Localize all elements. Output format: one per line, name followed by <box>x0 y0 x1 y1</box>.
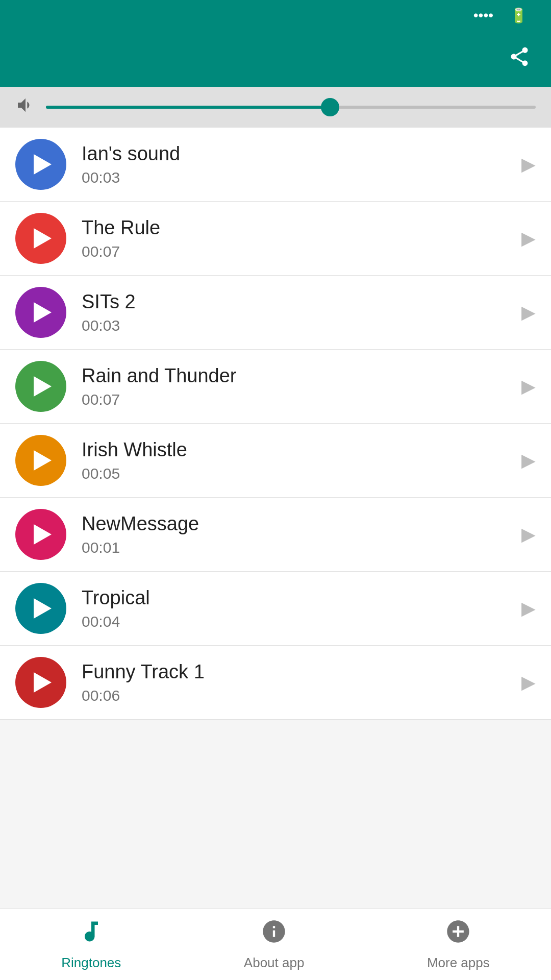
play-triangle <box>34 524 52 545</box>
track-duration: 00:07 <box>82 391 516 408</box>
chevron-right-icon: ▶ <box>521 376 536 397</box>
track-name: Tropical <box>82 587 516 609</box>
track-info: Funny Track 1 00:06 <box>82 661 516 704</box>
ringtones-nav-label: Ringtones <box>61 955 121 971</box>
track-duration: 00:06 <box>82 687 516 704</box>
track-name: Rain and Thunder <box>82 365 516 387</box>
track-play-icon <box>15 213 66 264</box>
chevron-right-icon: ▶ <box>521 302 536 323</box>
nav-item-ringtones[interactable]: Ringtones <box>46 913 136 976</box>
track-play-icon <box>15 435 66 486</box>
track-info: Irish Whistle 00:05 <box>82 439 516 482</box>
track-duration: 00:01 <box>82 539 516 556</box>
track-duration: 00:07 <box>82 243 516 260</box>
chevron-right-icon: ▶ <box>521 672 536 693</box>
track-play-icon <box>15 583 66 634</box>
play-triangle <box>34 598 52 619</box>
track-name: The Rule <box>82 217 516 239</box>
bottom-nav: Ringtones About app More apps <box>0 909 551 980</box>
track-play-icon <box>15 657 66 708</box>
track-name: NewMessage <box>82 513 516 535</box>
track-play-icon <box>15 287 66 338</box>
track-duration: 00:03 <box>82 169 516 186</box>
slider-thumb <box>321 98 339 116</box>
track-info: SITs 2 00:03 <box>82 291 516 334</box>
ringtones-nav-icon <box>78 918 105 951</box>
track-info: The Rule 00:07 <box>82 217 516 260</box>
track-info: Rain and Thunder 00:07 <box>82 365 516 408</box>
play-triangle <box>34 302 52 323</box>
track-item[interactable]: NewMessage 00:01 ▶ <box>0 498 551 572</box>
volume-icon <box>15 95 36 120</box>
play-triangle <box>34 672 52 693</box>
track-name: Funny Track 1 <box>82 661 516 683</box>
chevron-right-icon: ▶ <box>521 450 536 471</box>
share-button[interactable] <box>508 45 531 72</box>
track-info: Tropical 00:04 <box>82 587 516 630</box>
track-name: SITs 2 <box>82 291 516 313</box>
nav-item-about[interactable]: About app <box>229 913 320 976</box>
track-duration: 00:05 <box>82 465 516 482</box>
track-play-icon <box>15 361 66 412</box>
play-triangle <box>34 376 52 397</box>
chevron-right-icon: ▶ <box>521 598 536 619</box>
play-triangle <box>34 228 52 249</box>
track-name: Irish Whistle <box>82 439 516 461</box>
slider-fill <box>46 106 330 109</box>
more-nav-label: More apps <box>427 955 490 971</box>
play-triangle <box>34 450 52 471</box>
volume-slider[interactable] <box>46 106 536 109</box>
track-item[interactable]: Ian's sound 00:03 ▶ <box>0 128 551 202</box>
about-nav-label: About app <box>244 955 305 971</box>
chevron-right-icon: ▶ <box>521 524 536 545</box>
track-name: Ian's sound <box>82 143 516 165</box>
track-play-icon <box>15 139 66 190</box>
track-info: NewMessage 00:01 <box>82 513 516 556</box>
nav-item-more[interactable]: More apps <box>412 913 505 976</box>
chevron-right-icon: ▶ <box>521 154 536 175</box>
volume-bar <box>0 87 551 128</box>
chevron-right-icon: ▶ <box>521 228 536 249</box>
track-duration: 00:03 <box>82 317 516 334</box>
track-item[interactable]: Funny Track 1 00:06 ▶ <box>0 646 551 720</box>
track-duration: 00:04 <box>82 613 516 630</box>
track-item[interactable]: Irish Whistle 00:05 ▶ <box>0 424 551 498</box>
app-bar <box>0 31 551 87</box>
track-list: Ian's sound 00:03 ▶ The Rule 00:07 ▶ SIT… <box>0 128 551 720</box>
battery-icon: 🔋 <box>510 7 528 24</box>
status-bar: •••• 🔋 <box>0 0 551 31</box>
track-item[interactable]: Tropical 00:04 ▶ <box>0 572 551 646</box>
more-nav-icon <box>445 918 471 951</box>
signal-icon: •••• <box>473 7 493 23</box>
main-content: Ian's sound 00:03 ▶ The Rule 00:07 ▶ SIT… <box>0 128 551 791</box>
about-nav-icon <box>261 918 287 951</box>
track-item[interactable]: The Rule 00:07 ▶ <box>0 202 551 276</box>
track-play-icon <box>15 509 66 560</box>
track-info: Ian's sound 00:03 <box>82 143 516 186</box>
play-triangle <box>34 154 52 175</box>
track-item[interactable]: Rain and Thunder 00:07 ▶ <box>0 350 551 424</box>
track-item[interactable]: SITs 2 00:03 ▶ <box>0 276 551 350</box>
